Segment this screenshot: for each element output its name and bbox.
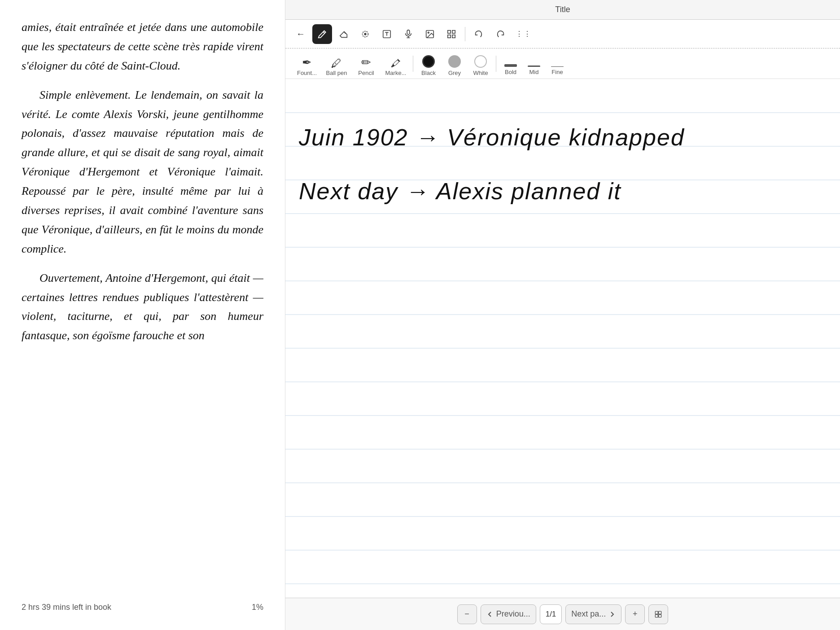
notes-writing-area[interactable]: Juin 1902 → Véronique kidnapped Next day… <box>285 79 840 598</box>
weight-group: Bold Mid Fine <box>499 50 569 77</box>
mid-label: Mid <box>529 69 539 75</box>
weight-fine[interactable]: Fine <box>546 50 569 77</box>
fountain-pen-icon: ✒ <box>302 57 312 69</box>
svg-text:Juin 1902 → Véronique kidnappe: Juin 1902 → Véronique kidnapped <box>298 124 685 150</box>
pencil-label: Pencil <box>358 70 374 76</box>
svg-rect-30 <box>659 614 661 617</box>
svg-point-5 <box>428 32 429 33</box>
panel-title: Title <box>555 5 570 14</box>
weight-bold[interactable]: Bold <box>499 50 522 77</box>
redo-button[interactable] <box>490 24 510 44</box>
grid-button[interactable] <box>442 24 461 44</box>
undo-button[interactable] <box>469 24 489 44</box>
eraser-button[interactable] <box>334 24 354 44</box>
white-label: White <box>473 70 488 76</box>
grey-label: Grey <box>448 70 461 76</box>
toolbar-row2: ✒ Fount... 🖊 Ball pen ✏ Pencil 🖍 Marke..… <box>285 48 840 79</box>
prev-page-button[interactable]: Previou... <box>481 604 536 624</box>
prev-arrow-icon <box>486 611 494 618</box>
svg-rect-28 <box>659 611 661 614</box>
book-text: amies, était entraînée et jetée dans une… <box>22 18 263 355</box>
ball-pen-label: Ball pen <box>326 70 347 76</box>
ball-pen-icon: 🖊 <box>331 58 342 69</box>
next-page-button[interactable]: Next pa... <box>565 604 621 624</box>
more-button[interactable]: ⋮⋮ <box>512 24 535 44</box>
mid-line <box>528 66 540 67</box>
pen-color-separator <box>413 56 413 72</box>
pen-tool-button[interactable] <box>312 24 332 44</box>
bold-label: Bold <box>505 69 516 75</box>
svg-text:Next day → Alexis planned it: Next day → Alexis planned it <box>299 178 621 204</box>
handwritten-notes-svg: Juin 1902 → Véronique kidnapped Next day… <box>285 79 840 598</box>
marker-tool[interactable]: 🖍 Marke... <box>381 50 410 77</box>
bold-line <box>504 64 517 67</box>
color-white[interactable]: White <box>468 50 493 77</box>
book-paragraph: Simple enlèvement. Le lendemain, on sava… <box>22 86 263 259</box>
svg-point-1 <box>364 33 366 35</box>
pen-group: ✒ Fount... 🖊 Ball pen ✏ Pencil 🖍 Marke..… <box>293 50 410 77</box>
pencil-icon: ✏ <box>361 57 371 69</box>
marker-label: Marke... <box>385 70 407 76</box>
svg-rect-29 <box>656 614 658 617</box>
lasso-button[interactable] <box>355 24 375 44</box>
page-number: 1/1 <box>540 604 562 624</box>
book-footer: 2 hrs 39 mins left in book 1% <box>22 598 263 612</box>
bottom-toolbar: − Previou... 1/1 Next pa... + <box>285 598 840 630</box>
color-black[interactable]: Black <box>416 50 441 77</box>
black-label: Black <box>421 70 436 76</box>
fine-label: Fine <box>551 69 563 75</box>
svg-rect-27 <box>656 611 658 614</box>
book-reader-panel: amies, était entraînée et jetée dans une… <box>0 0 285 630</box>
notes-panel: Title ← <box>285 0 840 630</box>
black-color-circle <box>422 55 435 68</box>
color-weight-separator <box>496 56 496 72</box>
text-button[interactable] <box>377 24 397 44</box>
svg-rect-9 <box>452 35 455 37</box>
svg-rect-6 <box>448 30 451 33</box>
toolbar-row1: ← <box>285 20 840 48</box>
next-arrow-icon <box>608 611 616 618</box>
layout-button[interactable] <box>648 604 668 624</box>
svg-rect-3 <box>407 30 410 34</box>
back-button[interactable]: ← <box>291 24 311 44</box>
fountain-pen-label: Fount... <box>297 70 317 76</box>
svg-rect-7 <box>452 30 455 33</box>
white-color-circle <box>474 55 487 68</box>
zoom-out-button[interactable]: − <box>457 604 477 624</box>
pencil-tool[interactable]: ✏ Pencil <box>352 50 381 77</box>
svg-rect-8 <box>448 35 451 37</box>
image-button[interactable] <box>420 24 440 44</box>
toolbar-separator-1 <box>465 27 465 41</box>
weight-mid[interactable]: Mid <box>522 50 546 77</box>
next-label: Next pa... <box>571 609 606 619</box>
fountain-pen-tool[interactable]: ✒ Fount... <box>293 50 321 77</box>
layout-icon <box>655 611 662 618</box>
grey-color-circle <box>448 55 461 68</box>
book-paragraph: amies, était entraînée et jetée dans une… <box>22 18 263 76</box>
fine-line <box>551 66 564 67</box>
ball-pen-tool[interactable]: 🖊 Ball pen <box>322 50 351 77</box>
zoom-in-button[interactable]: + <box>625 604 645 624</box>
book-paragraph: Ouvertement, Antoine d'Hergemont, qui ét… <box>22 269 263 346</box>
color-grey[interactable]: Grey <box>442 50 467 77</box>
prev-label: Previou... <box>496 609 530 619</box>
title-bar: Title <box>285 0 840 20</box>
mic-button[interactable] <box>398 24 418 44</box>
time-left: 2 hrs 39 mins left in book <box>22 603 111 612</box>
color-group: Black Grey White <box>416 50 493 77</box>
progress: 1% <box>252 603 263 612</box>
marker-icon: 🖍 <box>391 59 401 69</box>
